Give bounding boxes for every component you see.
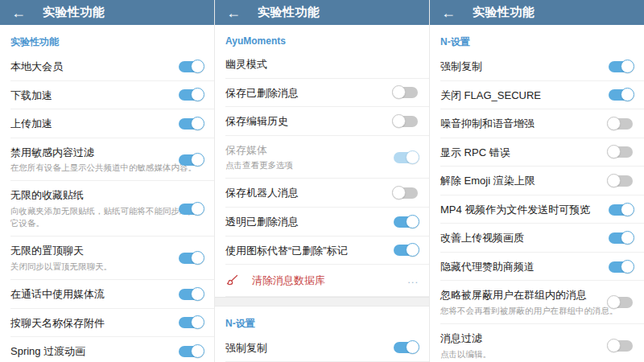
toggle-on[interactable] (179, 346, 203, 357)
row-text: 忽略被屏蔽用户在群组内的消息 您将不会再看到被屏蔽的用户在群组中的消息。 (440, 288, 634, 317)
settings-row[interactable]: 强制复制 (430, 52, 644, 81)
settings-row[interactable]: 保存已删除消息 (215, 79, 429, 108)
setting-title: 无限的置顶聊天 (10, 244, 204, 258)
settings-row[interactable]: 清除消息数据库 ... (215, 265, 429, 297)
setting-subtitle: 点击查看更多选项 (225, 159, 419, 171)
row-text: 消息过滤 点击以编辑。 (440, 331, 634, 360)
toggle-on[interactable] (179, 118, 203, 130)
overflow-ellipsis[interactable]: ... (407, 274, 419, 286)
toggle-off[interactable] (394, 187, 418, 199)
toggle-knob (191, 202, 204, 216)
settings-row[interactable]: 噪音抑制和语音增强 (430, 109, 644, 138)
toggle-on[interactable] (609, 232, 633, 244)
setting-subtitle: 点击以编辑。 (440, 348, 634, 360)
settings-row[interactable]: 本地大会员 (0, 52, 214, 81)
row-text: 改善上传视频画质 (440, 231, 634, 245)
toggle-off[interactable] (394, 116, 418, 127)
back-arrow-icon[interactable]: ← (226, 6, 241, 20)
settings-row[interactable]: 上传加速 (0, 109, 214, 138)
row-text: 保存媒体 点击查看更多选项 (225, 143, 419, 172)
settings-row[interactable]: 保存机器人消息 (215, 179, 429, 208)
setting-title: 在通话中使用媒体流 (10, 287, 204, 302)
settings-row[interactable]: 保存编辑历史 (215, 107, 429, 136)
settings-row[interactable]: 无限的置顶聊天 关闭同步以置顶无限聊天。 (0, 237, 214, 280)
settings-row[interactable]: 忽略被屏蔽用户在群组内的消息 您将不会再看到被屏蔽的用户在群组中的消息。 (430, 281, 644, 324)
toggle-on[interactable] (179, 253, 203, 264)
toggle-off[interactable] (609, 340, 633, 352)
toggle-knob (607, 174, 621, 187)
toggle-on[interactable] (179, 317, 203, 328)
toggle-on[interactable] (179, 154, 203, 166)
toggle-off[interactable] (609, 118, 633, 130)
toggle-on[interactable] (179, 289, 203, 300)
toggle-knob (191, 315, 204, 329)
setting-subtitle: 向收藏夹添加无限贴纸，贴纸可能将不能同步到其它设备。 (10, 205, 204, 229)
toggle-off[interactable] (609, 175, 633, 187)
broom-icon (225, 274, 239, 287)
setting-title: 改善上传视频画质 (440, 231, 634, 245)
setting-title: 禁用敏感内容过滤 (10, 146, 204, 160)
row-text: 保存机器人消息 (225, 186, 419, 200)
back-arrow-icon[interactable]: ← (441, 6, 456, 20)
settings-row[interactable]: 使用图标代替“已删除”标记 (215, 237, 429, 265)
toggle-off[interactable] (609, 146, 633, 158)
settings-row[interactable]: 显示 RPC 错误 (430, 138, 644, 167)
settings-row[interactable]: 幽灵模式 (215, 50, 429, 79)
settings-row[interactable]: 关闭 FLAG_SECURE (430, 81, 644, 110)
setting-title: 忽略被屏蔽用户在群组内的消息 (440, 288, 634, 302)
row-text: 在通话中使用媒体流 (10, 287, 204, 302)
toggle-off[interactable] (609, 297, 633, 308)
settings-list: 实验性功能 本地大会员 下载加速 (0, 25, 214, 362)
section-header: 实验性功能 (0, 25, 214, 52)
settings-row[interactable]: 下载加速 (0, 81, 214, 110)
toggle-on[interactable] (609, 61, 633, 72)
toggle-on[interactable] (394, 245, 418, 256)
settings-row[interactable]: MP4 视频作为文件发送时可预览 (430, 195, 644, 224)
toggle-on[interactable] (179, 61, 203, 72)
toggle-on[interactable] (394, 152, 418, 163)
toggle-on[interactable] (179, 204, 203, 215)
toggle-on[interactable] (609, 89, 633, 101)
setting-subtitle: 关闭同步以置顶无限聊天。 (10, 261, 204, 273)
app-bar: ← 实验性功能 (430, 0, 644, 25)
setting-title: 保存机器人消息 (225, 186, 419, 200)
toggle-off[interactable] (394, 87, 418, 98)
toggle-on[interactable] (394, 216, 418, 228)
back-arrow-icon[interactable]: ← (11, 6, 26, 20)
settings-row[interactable]: 解除 Emoji 渲染上限 (430, 167, 644, 195)
setting-title: 保存已删除消息 (225, 86, 419, 101)
settings-row[interactable]: 改善上传视频画质 (430, 224, 644, 253)
setting-title: 幽灵模式 (225, 57, 419, 72)
setting-title: 解除 Emoji 渲染上限 (440, 174, 634, 188)
settings-row[interactable]: Spring 过渡动画 (0, 337, 214, 362)
toggle-knob (392, 114, 406, 128)
setting-title: MP4 视频作为文件发送时可预览 (440, 203, 634, 217)
toggle-knob (191, 153, 204, 167)
toggle-knob (607, 295, 621, 309)
toggle-knob (191, 251, 204, 265)
settings-panel: ← 实验性功能 实验性功能 本地大会员 下载加速 (0, 0, 214, 362)
setting-title: 保存媒体 (225, 143, 419, 158)
row-text: 显示 RPC 错误 (440, 146, 634, 160)
toggle-on[interactable] (394, 342, 418, 353)
settings-row[interactable]: 按聊天名称保存附件 (0, 309, 214, 338)
row-text: 清除消息数据库 (252, 274, 325, 288)
settings-row[interactable]: 消息过滤 点击以编辑。 (430, 324, 644, 362)
toggle-on[interactable] (609, 204, 633, 216)
setting-title: 强制复制 (440, 60, 634, 74)
settings-list: AyuMoments 幽灵模式 保存已删除消息 (215, 25, 429, 362)
settings-row[interactable]: 无限的收藏贴纸 向收藏夹添加无限贴纸，贴纸可能将不能同步到其它设备。 (0, 181, 214, 237)
page-title: 实验性功能 (43, 5, 105, 20)
settings-row[interactable]: 在通话中使用媒体流 (0, 280, 214, 309)
settings-row[interactable]: 禁用敏感内容过滤 在您所有设备上显示公共频道中的敏感媒体内容。 (0, 138, 214, 182)
row-text: 幽灵模式 (225, 57, 419, 72)
settings-row[interactable]: 透明已删除消息 (215, 208, 429, 237)
section-header: AyuMoments (215, 25, 429, 50)
settings-row[interactable]: 强制复制 (215, 334, 429, 362)
row-text: 隐藏代理赞助商频道 (440, 260, 634, 274)
toggle-on[interactable] (609, 261, 633, 273)
settings-row[interactable]: 隐藏代理赞助商频道 (430, 253, 644, 282)
settings-row[interactable]: 保存媒体 点击查看更多选项 (215, 136, 429, 179)
toggle-knob (392, 85, 406, 99)
toggle-on[interactable] (179, 89, 203, 101)
